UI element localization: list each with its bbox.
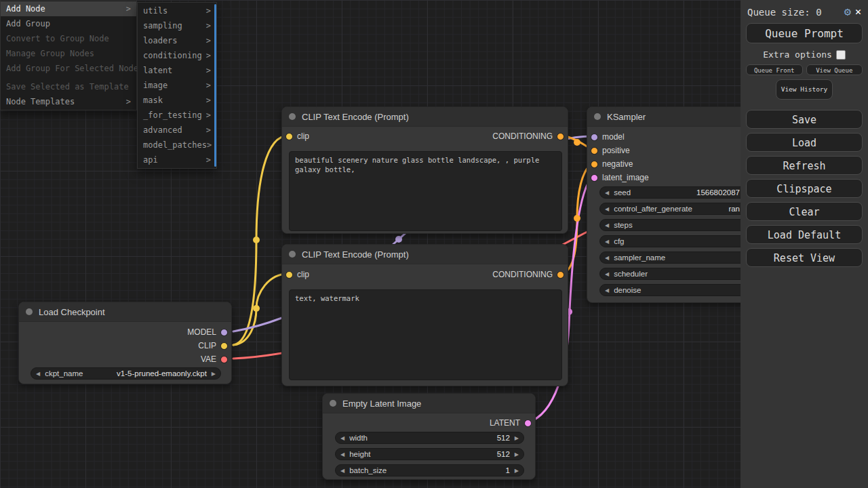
refresh-button[interactable]: Refresh — [746, 156, 863, 175]
canvas-context-menu: Add Node > Add Group Convert to Group No… — [0, 0, 137, 110]
submenu-arrow-icon: > — [206, 48, 211, 63]
prompt-textarea[interactable]: text, watermark — [289, 289, 562, 380]
positive-input-dot[interactable] — [591, 147, 598, 155]
widget-value: 512 — [497, 434, 510, 442]
submenu-item-latent[interactable]: latent > — [138, 63, 216, 78]
widget-value: v1-5-pruned-emaonly.ckpt — [117, 369, 207, 378]
widget-name: cfg — [614, 237, 624, 245]
clip-input-dot[interactable] — [285, 133, 293, 140]
view-queue-button[interactable]: View Queue — [806, 64, 863, 75]
load-button[interactable]: Load — [746, 133, 863, 152]
save-button[interactable]: Save — [746, 110, 863, 129]
increment-arrow-icon[interactable]: ▶ — [212, 371, 216, 377]
decrement-arrow-icon[interactable]: ◀ — [605, 206, 609, 212]
submenu-item-utils[interactable]: utils > — [138, 3, 216, 18]
input-slot-latent-image: latent_image — [591, 171, 649, 184]
slot-label: CLIP — [198, 341, 216, 350]
decrement-arrow-icon[interactable]: ◀ — [605, 222, 609, 228]
menu-item-save-selected-template: Save Selected as Template — [1, 79, 136, 94]
input-slot-positive: positive — [591, 144, 630, 157]
decrement-arrow-icon[interactable]: ◀ — [605, 271, 609, 277]
clip-input-dot[interactable] — [285, 271, 293, 279]
node-clip-text-encode-1[interactable]: CLIP Text Encode (Prompt) clip CONDITION… — [281, 106, 568, 234]
node-collapse-dot[interactable] — [594, 113, 601, 120]
submenu-arrow-icon: > — [206, 63, 211, 78]
slot-label: VAE — [201, 354, 216, 364]
node-collapse-dot[interactable] — [330, 400, 336, 407]
latent-image-input-dot[interactable] — [591, 174, 598, 182]
latent-output-dot[interactable] — [524, 420, 532, 427]
model-input-dot[interactable] — [591, 134, 598, 141]
slot-label: CONDITIONING — [492, 270, 553, 279]
decrement-arrow-icon[interactable]: ◀ — [340, 468, 344, 474]
submenu-item-mask[interactable]: mask > — [138, 93, 216, 108]
widget-ckpt-name[interactable]: ◀ ckpt_name v1-5-pruned-emaonly.ckpt ▶ — [31, 367, 221, 380]
decrement-arrow-icon[interactable]: ◀ — [605, 190, 609, 196]
negative-input-dot[interactable] — [591, 161, 598, 168]
widget-value: ran — [728, 205, 740, 213]
menu-item-add-node[interactable]: Add Node > — [1, 1, 136, 16]
node-empty-latent-image[interactable]: Empty Latent Image LATENT ◀ width 512 ▶ … — [322, 393, 536, 480]
widget-width[interactable]: ◀ width 512 ▶ — [335, 432, 524, 444]
prompt-textarea[interactable]: beautiful scenery nature glass bottle la… — [289, 151, 562, 231]
slot-label: positive — [602, 146, 630, 155]
node-clip-text-encode-2[interactable]: CLIP Text Encode (Prompt) clip CONDITION… — [281, 244, 568, 386]
vae-output-dot[interactable] — [220, 356, 228, 363]
decrement-arrow-icon[interactable]: ◀ — [340, 435, 344, 441]
output-slot-clip: CLIP — [198, 339, 228, 352]
widget-name: batch_size — [349, 466, 387, 474]
submenu-item-conditioning[interactable]: conditioning > — [138, 48, 216, 63]
model-output-dot[interactable] — [220, 329, 228, 336]
menu-item-node-templates[interactable]: Node Templates > — [1, 94, 136, 109]
queue-front-button[interactable]: Queue Front — [746, 64, 803, 75]
decrement-arrow-icon[interactable]: ◀ — [605, 287, 609, 293]
node-collapse-dot[interactable] — [289, 113, 296, 120]
load-default-button[interactable]: Load Default — [746, 225, 863, 244]
widget-name: scheduler — [614, 270, 648, 278]
submenu-item-model-patches[interactable]: model_patches > — [138, 138, 216, 152]
widget-value: 512 — [497, 450, 510, 458]
increment-arrow-icon[interactable]: ▶ — [515, 435, 519, 441]
submenu-item-advanced[interactable]: advanced > — [138, 123, 216, 138]
queue-prompt-button[interactable]: Queue Prompt — [746, 23, 863, 43]
input-slot-model: model — [591, 130, 625, 144]
submenu-item-api[interactable]: api > — [138, 152, 216, 167]
clip-output-dot[interactable] — [220, 342, 228, 350]
decrement-arrow-icon[interactable]: ◀ — [36, 371, 40, 377]
decrement-arrow-icon[interactable]: ◀ — [605, 255, 609, 261]
increment-arrow-icon[interactable]: ▶ — [515, 468, 519, 474]
slot-label: clip — [297, 131, 309, 141]
widget-height[interactable]: ◀ height 512 ▶ — [335, 448, 524, 460]
conditioning-output-dot[interactable] — [557, 133, 564, 140]
reset-view-button[interactable]: Reset View — [746, 248, 863, 267]
slot-label: CONDITIONING — [492, 131, 553, 141]
node-collapse-dot[interactable] — [26, 308, 33, 315]
decrement-arrow-icon[interactable]: ◀ — [340, 451, 344, 458]
menu-item-add-group[interactable]: Add Group — [1, 16, 136, 31]
submenu-item-loaders[interactable]: loaders > — [138, 33, 216, 48]
conditioning-output-dot[interactable] — [557, 271, 564, 279]
clipspace-button[interactable]: Clipspace — [746, 179, 863, 198]
submenu-item-image[interactable]: image > — [138, 78, 216, 93]
node-load-checkpoint[interactable]: Load Checkpoint MODEL CLIP VAE ◀ ckpt_na… — [18, 302, 232, 384]
view-history-button[interactable]: View History — [776, 79, 833, 100]
widget-batch-size[interactable]: ◀ batch_size 1 ▶ — [335, 464, 524, 476]
settings-gear-icon[interactable]: ⚙ — [844, 6, 851, 18]
clear-button[interactable]: Clear — [746, 202, 863, 221]
output-slot-vae: VAE — [201, 352, 228, 366]
widget-value: 1 — [505, 466, 509, 474]
decrement-arrow-icon[interactable]: ◀ — [605, 239, 609, 245]
output-slot-conditioning: CONDITIONING — [492, 268, 564, 281]
extra-options-checkbox[interactable] — [836, 50, 846, 60]
slot-label: latent_image — [602, 173, 649, 182]
widget-name: denoise — [614, 286, 641, 294]
input-slot-clip: clip — [285, 129, 309, 143]
widget-value: 1566802087 — [696, 188, 740, 197]
increment-arrow-icon[interactable]: ▶ — [515, 451, 519, 458]
node-collapse-dot[interactable] — [289, 251, 296, 258]
submenu-arrow-icon: > — [206, 123, 211, 138]
slot-label: clip — [297, 270, 309, 279]
submenu-item-for-testing[interactable]: _for_testing > — [138, 108, 216, 123]
submenu-item-sampling[interactable]: sampling > — [138, 18, 216, 33]
close-panel-icon[interactable]: ✕ — [855, 7, 861, 17]
